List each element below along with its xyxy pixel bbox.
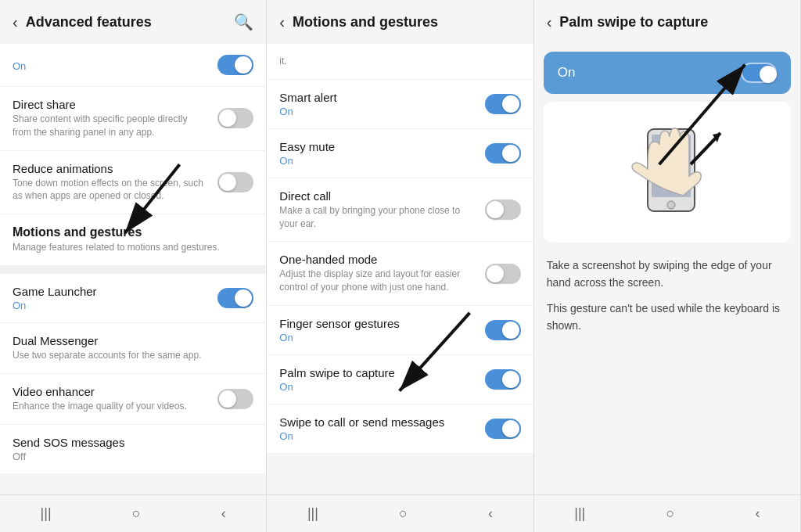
smart-alert-status: On bbox=[279, 106, 475, 117]
swipe-call-title: Swipe to call or send messages bbox=[279, 415, 475, 429]
panel2-list: it. Smart alert On Easy mute On Direct c… bbox=[267, 44, 533, 494]
panel3-header: ‹ Palm swipe to capture bbox=[534, 0, 800, 44]
panel2-nav-recents[interactable]: ||| bbox=[307, 505, 318, 522]
panel1-back-icon[interactable]: ‹ bbox=[13, 13, 18, 31]
send-sos-status: Off bbox=[13, 451, 253, 462]
section-gap-1 bbox=[0, 266, 266, 274]
game-launcher-title: Game Launcher bbox=[13, 285, 208, 298]
direct-call-subtitle: Make a call by bringing your phone close… bbox=[279, 204, 475, 231]
list-item-direct-share[interactable]: Direct share Share content with specific… bbox=[0, 87, 266, 151]
dual-messenger-title: Dual Messenger bbox=[13, 334, 253, 347]
list-item-reduce-animations[interactable]: Reduce animations Tone down motion effec… bbox=[0, 151, 266, 215]
send-sos-title: Send SOS messages bbox=[13, 436, 253, 449]
panel1-list: On Direct share Share content with speci… bbox=[0, 44, 266, 494]
list-item-swipe-call[interactable]: Swipe to call or send messages On bbox=[267, 404, 533, 454]
panel2-intro-text: it. bbox=[279, 55, 286, 68]
panel3-title: Palm swipe to capture bbox=[559, 14, 788, 31]
game-launcher-toggle[interactable] bbox=[217, 288, 253, 308]
panel3-detail: On Take bbox=[534, 44, 800, 494]
reduce-animations-toggle[interactable] bbox=[217, 172, 253, 192]
direct-call-toggle[interactable] bbox=[485, 200, 521, 220]
list-item-easy-mute[interactable]: Easy mute On bbox=[267, 129, 533, 178]
game-launcher-status: On bbox=[13, 300, 208, 311]
panel1-bottom-nav: ||| ○ ‹ bbox=[0, 494, 266, 532]
video-enhancer-subtitle: Enhance the image quality of your videos… bbox=[13, 400, 208, 413]
panel2-header: ‹ Motions and gestures bbox=[267, 0, 533, 44]
panel1-nav-home[interactable]: ○ bbox=[132, 505, 141, 522]
list-item-send-sos[interactable]: Send SOS messages Off bbox=[0, 425, 266, 474]
one-handed-toggle[interactable] bbox=[485, 264, 521, 284]
reduce-animations-subtitle: Tone down motion effects on the screen, … bbox=[13, 177, 208, 203]
reduce-animations-title: Reduce animations bbox=[13, 162, 208, 175]
palm-swipe-desc2: This gesture can't be used while the key… bbox=[547, 300, 788, 335]
finger-sensor-title: Finger sensor gestures bbox=[279, 317, 475, 330]
list-item-one-handed[interactable]: One-handed mode Adjust the display size … bbox=[267, 242, 533, 306]
palm-swipe-main-toggle[interactable] bbox=[741, 63, 777, 83]
svg-point-4 bbox=[667, 201, 675, 209]
list-item-direct-call[interactable]: Direct call Make a call by bringing your… bbox=[267, 178, 533, 243]
direct-share-subtitle: Share content with specific people direc… bbox=[13, 113, 208, 139]
panel3-back-icon[interactable]: ‹ bbox=[547, 13, 552, 31]
palm-swipe-desc1: Take a screenshot by swiping the edge of… bbox=[547, 257, 788, 292]
palm-swipe-main-toggle-row[interactable]: On bbox=[544, 52, 791, 94]
list-item-smart-alert[interactable]: Smart alert On bbox=[267, 80, 533, 129]
panel3-nav-back[interactable]: ‹ bbox=[755, 505, 760, 522]
panel2-bottom-nav: ||| ○ ‹ bbox=[267, 494, 533, 532]
panel2-nav-back[interactable]: ‹ bbox=[488, 505, 493, 522]
easy-mute-status: On bbox=[279, 155, 475, 167]
video-enhancer-toggle[interactable] bbox=[217, 389, 253, 409]
palm-swipe-illustration bbox=[544, 102, 791, 243]
list-item-video-enhancer[interactable]: Video enhancer Enhance the image quality… bbox=[0, 374, 266, 425]
panel1-nav-back[interactable]: ‹ bbox=[221, 505, 226, 522]
hand-phone-illustration bbox=[605, 117, 730, 227]
top-on-status: On bbox=[13, 60, 208, 72]
list-item-motions-gestures[interactable]: Motions and gestures Manage features rel… bbox=[0, 214, 266, 266]
panel2-nav-home[interactable]: ○ bbox=[399, 505, 408, 522]
direct-call-title: Direct call bbox=[279, 189, 475, 203]
direct-share-toggle[interactable] bbox=[217, 108, 253, 128]
palm-swipe-status: On bbox=[279, 381, 475, 393]
palm-swipe-toggle[interactable] bbox=[485, 369, 521, 390]
panel2-back-icon[interactable]: ‹ bbox=[279, 13, 285, 31]
one-handed-subtitle: Adjust the display size and layout for e… bbox=[279, 268, 475, 294]
panel3-bottom-nav: ||| ○ ‹ bbox=[534, 494, 800, 532]
panel1-nav-recents[interactable]: ||| bbox=[41, 505, 52, 522]
finger-sensor-status: On bbox=[279, 332, 475, 343]
palm-swipe-description: Take a screenshot by swiping the edge of… bbox=[534, 253, 800, 350]
motions-gestures-title: Motions and gestures bbox=[13, 225, 253, 239]
easy-mute-toggle[interactable] bbox=[485, 143, 521, 164]
list-item-top-status[interactable]: On bbox=[0, 44, 266, 87]
swipe-call-status: On bbox=[279, 430, 475, 442]
panel2-intro: it. bbox=[267, 44, 533, 80]
palm-swipe-title: Palm swipe to capture bbox=[279, 366, 475, 379]
dual-messenger-subtitle: Use two separate accounts for the same a… bbox=[13, 349, 253, 362]
smart-alert-toggle[interactable] bbox=[485, 94, 521, 114]
panel1-header: ‹ Advanced features 🔍 bbox=[0, 0, 266, 44]
motions-gestures-subtitle: Manage features related to motions and g… bbox=[13, 241, 253, 254]
list-item-game-launcher[interactable]: Game Launcher On bbox=[0, 274, 266, 323]
list-item-dual-messenger[interactable]: Dual Messenger Use two separate accounts… bbox=[0, 323, 266, 374]
palm-swipe-on-label: On bbox=[558, 65, 576, 81]
top-toggle[interactable] bbox=[217, 55, 253, 75]
swipe-call-toggle[interactable] bbox=[485, 419, 521, 439]
list-item-palm-swipe[interactable]: Palm swipe to capture On bbox=[267, 355, 533, 404]
panel1-title: Advanced features bbox=[26, 14, 235, 31]
panel3-nav-recents[interactable]: ||| bbox=[574, 505, 585, 522]
panel1-search-icon[interactable]: 🔍 bbox=[234, 13, 253, 31]
smart-alert-title: Smart alert bbox=[279, 91, 475, 104]
finger-sensor-toggle[interactable] bbox=[485, 320, 521, 340]
one-handed-title: One-handed mode bbox=[279, 253, 475, 266]
easy-mute-title: Easy mute bbox=[279, 140, 475, 153]
direct-share-title: Direct share bbox=[13, 98, 208, 111]
list-item-finger-sensor[interactable]: Finger sensor gestures On bbox=[267, 306, 533, 355]
panel2-title: Motions and gestures bbox=[293, 14, 521, 31]
video-enhancer-title: Video enhancer bbox=[13, 385, 208, 398]
panel3-nav-home[interactable]: ○ bbox=[666, 505, 674, 522]
